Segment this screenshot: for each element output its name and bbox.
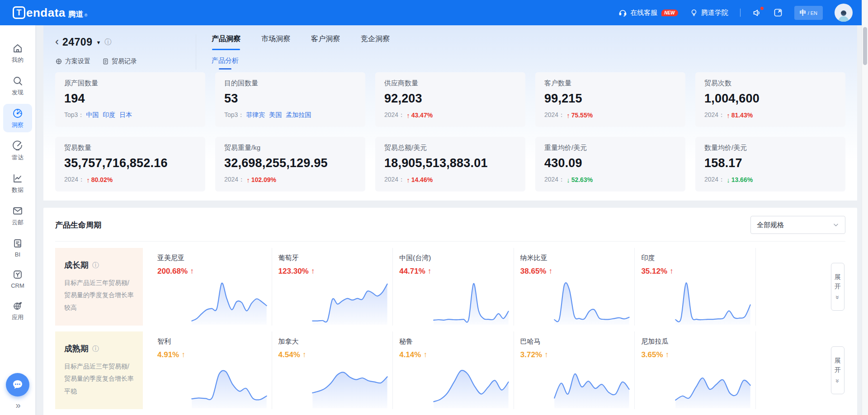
back-button[interactable]: ‹	[55, 36, 59, 47]
fullscreen-icon[interactable]	[774, 8, 783, 17]
stat-card-trade-quantity: 贸易数量 35,757,716,852.16 2024： ↑ 80.02%	[55, 137, 205, 191]
sidebar-item-discover[interactable]: 发现	[3, 71, 32, 100]
growth-rate: 123.30%	[278, 267, 309, 276]
top3-country-link[interactable]: 日本	[119, 111, 132, 119]
sidebar-collapse-toggle[interactable]: »	[15, 400, 19, 410]
growth-rate: 44.71%	[399, 267, 425, 276]
top3-country-link[interactable]: 菲律宾	[246, 111, 265, 119]
stat-value: 99,215	[544, 92, 676, 106]
sparkline-chart	[310, 279, 390, 325]
sidebar-label: CRM	[11, 282, 24, 289]
tab-market-insight[interactable]: 市场洞察	[261, 34, 290, 50]
stat-card-suppliers: 供应商数量 92,203 2024： ↑ 43.47%	[375, 72, 525, 127]
stat-card-trade-count: 贸易次数 1,004,600 2024： ↑ 81.43%	[695, 72, 845, 127]
sidebar-item-radar[interactable]: 雷达	[3, 136, 32, 165]
online-service-button[interactable]: 在线客服 NEW	[618, 9, 678, 17]
announcement-icon[interactable]	[752, 8, 762, 18]
expand-button[interactable]: 展 开 »	[831, 346, 844, 394]
language-toggle[interactable]: 中 / EN	[794, 6, 823, 20]
sidebar-bottom: »	[6, 373, 29, 410]
yoy-percent: 75.55%	[571, 112, 593, 119]
tab-customer-insight[interactable]: 客户洞察	[311, 34, 340, 50]
country-name: 加拿大	[278, 337, 387, 346]
stage-description: 目标产品近三年贸易额/贸易量的季度复合增长率平稳	[64, 360, 134, 397]
top3-country-link[interactable]: 印度	[103, 111, 115, 119]
yoy-label: 2024：	[384, 111, 405, 119]
yoy-change: ↑ 14.46%	[406, 176, 433, 184]
stat-title: 目的国数量	[224, 79, 356, 88]
lifecycle-row-mature: 成熟期 ⓘ 目标产品近三年贸易额/贸易量的季度复合增长率平稳 智利 4.91%↑…	[55, 331, 845, 409]
trend-arrow-icon: ↑	[548, 267, 552, 276]
yoy-change: ↑ 43.47%	[406, 112, 433, 119]
yoy-percent: 13.66%	[731, 176, 753, 183]
yoy-label: 2024：	[704, 111, 725, 119]
topbar-divider	[740, 9, 741, 17]
plan-id[interactable]: 24709	[62, 36, 92, 48]
country-name: 智利	[157, 337, 265, 346]
spec-filter-select[interactable]: 全部规格	[750, 216, 845, 234]
plan-settings-button[interactable]: 方案设置	[55, 57, 90, 65]
double-chevron-down-icon: »	[834, 379, 842, 382]
sparkline-chart	[189, 279, 269, 325]
tendata-logo[interactable]: T endata 腾道 ®	[13, 6, 87, 20]
page-header: ‹ 24709 ▼ ⓘ 方案设置	[43, 25, 857, 70]
stat-value: 32,698,255,129.95	[224, 156, 356, 170]
stat-value: 430.09	[544, 156, 676, 170]
crm-icon	[12, 269, 23, 280]
yoy-change: ↑ 81.43%	[726, 112, 753, 119]
yoy-label: 2024：	[704, 176, 725, 184]
top3-country-link[interactable]: 孟加拉国	[286, 111, 311, 119]
svg-text:BI: BI	[18, 243, 21, 247]
tab-competitor-insight[interactable]: 竞企洞察	[361, 34, 390, 50]
trend-arrow-icon: ↑	[406, 112, 410, 119]
yoy-percent: 52.63%	[571, 176, 593, 183]
trend-arrow-icon: ↓	[566, 176, 570, 184]
top3-country-link[interactable]: 美国	[269, 111, 282, 119]
sidebar-item-crm[interactable]: CRM	[3, 265, 32, 292]
expand-label: 展	[835, 357, 841, 365]
tab-product-insight[interactable]: 产品洞察	[212, 34, 241, 50]
insight-icon	[12, 108, 23, 119]
expand-button[interactable]: 展 开 »	[831, 263, 844, 311]
country-trend-cell: 巴哈马 3.72%↑	[514, 331, 635, 409]
plan-dropdown-caret-icon[interactable]: ▼	[96, 40, 101, 45]
logo-mark-icon: T	[13, 6, 25, 19]
yoy-label: 2024：	[64, 176, 85, 184]
stat-title: 客户数量	[544, 79, 676, 88]
stat-card-avg-price-quantity: 数量均价/美元 158.17 2024： ↓ 13.66%	[695, 137, 845, 191]
info-icon[interactable]: ⓘ	[92, 261, 99, 270]
page-scrollbar[interactable]	[862, 0, 868, 415]
sidebar-label: 我的	[12, 56, 24, 64]
plan-info-icon[interactable]: ⓘ	[104, 37, 112, 47]
chevron-down-icon	[833, 222, 839, 228]
sidebar-item-mail[interactable]: 云邮	[3, 201, 32, 230]
sparkline-chart	[431, 362, 511, 408]
insight-tabs-area: 产品洞察 市场洞察 客户洞察 竞企洞察 产品分析	[196, 34, 845, 70]
sidebar-item-mine[interactable]: 我的	[3, 39, 32, 67]
sidebar-item-insight[interactable]: 洞察	[3, 104, 32, 132]
top3-country-link[interactable]: 中国	[86, 111, 99, 119]
logo-text: endata	[26, 6, 66, 20]
subtab-product-analysis[interactable]: 产品分析	[212, 56, 239, 70]
sidebar-item-apps[interactable]: 应用	[3, 296, 32, 325]
sidebar-item-bi[interactable]: BI BI	[3, 234, 32, 261]
lang-zh-label: 中	[800, 9, 807, 17]
stat-row-1: 原产国数量 194 Top3： 中国 印度 日本 目的国数量 53	[55, 72, 845, 127]
scrollbar-thumb[interactable]	[863, 27, 867, 65]
academy-button[interactable]: 腾道学院	[690, 9, 728, 17]
chat-fab-button[interactable]	[6, 373, 29, 396]
yoy-percent: 43.47%	[411, 112, 433, 119]
growth-rate: 3.72%	[520, 350, 542, 359]
user-avatar[interactable]	[835, 4, 853, 22]
globe-leaf-icon	[12, 300, 23, 311]
stat-value: 92,203	[384, 92, 516, 106]
stat-card-origin-countries: 原产国数量 194 Top3： 中国 印度 日本	[55, 72, 205, 127]
info-icon[interactable]: ⓘ	[92, 345, 99, 353]
stat-value: 53	[224, 92, 356, 106]
trade-records-button[interactable]: 贸易记录	[102, 57, 137, 65]
sidebar-item-data[interactable]: 数据	[3, 169, 32, 197]
country-name: 中国(台湾)	[399, 254, 507, 262]
top3-label: Top3：	[64, 111, 84, 119]
stat-cards: 原产国数量 194 Top3： 中国 印度 日本 目的国数量 53	[43, 70, 857, 191]
stage-name: 成熟期	[64, 343, 89, 354]
